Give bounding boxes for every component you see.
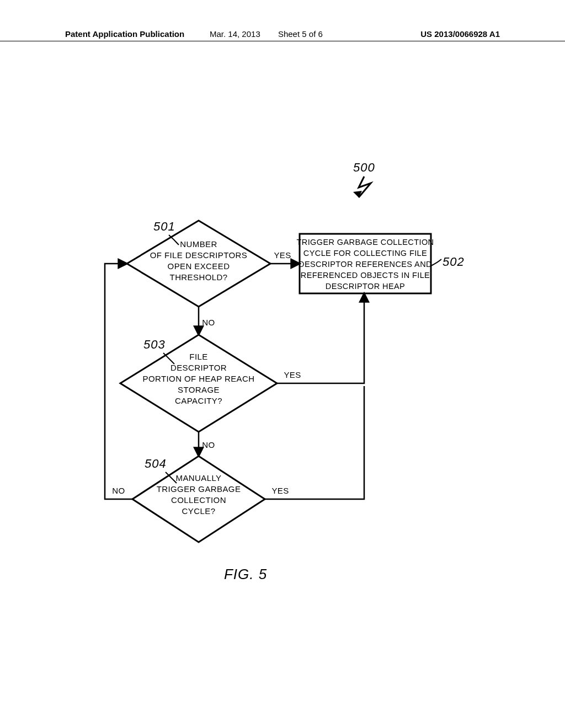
b502-line3: DESCRIPTOR REFERENCES AND	[299, 260, 432, 269]
edge-504-yes: YES	[265, 386, 364, 499]
b502-line4: REFERENCED OBJECTS IN FILE	[301, 271, 430, 280]
d501-line4: THRESHOLD?	[170, 272, 228, 282]
d503-line1: FILE	[189, 352, 207, 361]
d503-line4: STORAGE	[178, 385, 220, 394]
d501-line1: NUMBER	[180, 239, 217, 249]
d501-line2: OF FILE DESCRIPTORS	[150, 250, 248, 260]
ref-500-callout: 500	[353, 160, 375, 197]
label-no-503: NO	[202, 440, 215, 449]
d504-line1: MANUALLY	[176, 473, 222, 483]
decision-501: NUMBER OF FILE DESCRIPTORS OPEN EXCEED T…	[127, 221, 270, 307]
process-502: TRIGGER GARBAGE COLLECTION CYCLE FOR COL…	[297, 234, 434, 293]
label-yes-504: YES	[271, 486, 289, 495]
b502-line5: DESCRIPTOR HEAP	[326, 282, 405, 291]
ref-500: 500	[353, 160, 375, 174]
edge-501-no: NO	[199, 307, 215, 335]
label-no-501: NO	[202, 318, 215, 327]
ref-502: 502	[443, 255, 465, 269]
d503-line2: DESCRIPTOR	[170, 363, 227, 372]
label-no-504: NO	[112, 486, 125, 495]
edge-501-yes: YES	[270, 250, 300, 264]
b502-line2: CYCLE FOR COLLECTING FILE	[303, 249, 427, 258]
b502-line1: TRIGGER GARBAGE COLLECTION	[297, 238, 434, 247]
label-yes-501: YES	[274, 250, 291, 260]
d504-line4: CYCLE?	[182, 506, 216, 516]
edge-503-no: NO	[199, 432, 215, 456]
ref-503: 503	[143, 338, 166, 351]
d501-line3: OPEN EXCEED	[168, 261, 230, 271]
d503-line5: CAPACITY?	[175, 396, 222, 405]
d503-line3: PORTION OF HEAP REACH	[143, 374, 255, 383]
ref-501: 501	[153, 220, 175, 233]
d504-line2: TRIGGER GARBAGE	[157, 484, 241, 494]
figure-label: FIG. 5	[224, 566, 267, 582]
ref-502-callout: 502	[431, 255, 465, 269]
flowchart-figure: 500 NUMBER OF FILE DESCRIPTORS OPEN EXCE…	[0, 0, 565, 728]
edge-503-yes: YES	[277, 293, 364, 383]
label-yes-503: YES	[284, 370, 301, 379]
ref-504: 504	[145, 457, 167, 470]
page: Patent Application Publication Mar. 14, …	[0, 0, 565, 728]
d504-line3: COLLECTION	[171, 495, 226, 505]
